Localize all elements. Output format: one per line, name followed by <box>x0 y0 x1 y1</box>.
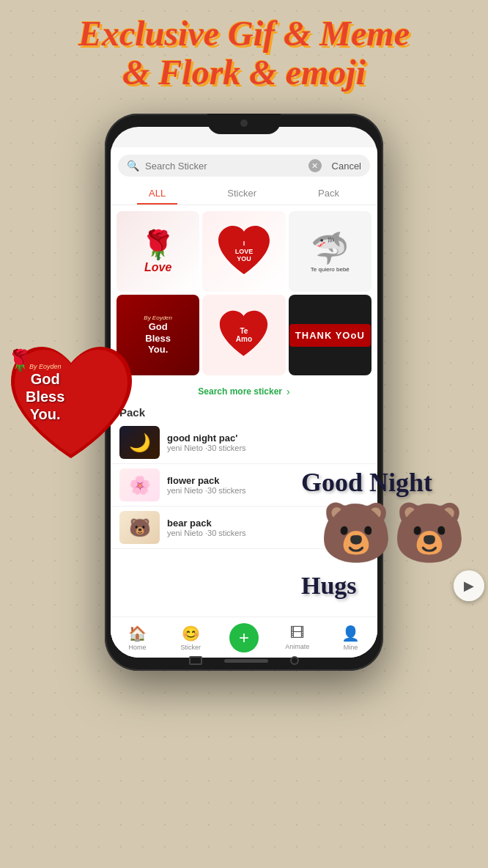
tab-pack[interactable]: Pack <box>306 183 351 205</box>
sticker-i-love-you[interactable]: ILOVEYOU <box>202 211 285 292</box>
nav-sticker[interactable]: 😊 Sticker <box>164 625 218 651</box>
search-input[interactable] <box>145 161 303 172</box>
play-button[interactable]: ▶ <box>454 570 484 601</box>
bottom-nav: 🏠 Home 😊 Sticker + 🎞 Animate 👤 Mine <box>111 617 377 658</box>
hugs-text: Hugs <box>301 572 357 600</box>
good-night-text: Good Night <box>301 469 484 496</box>
mine-label: Mine <box>344 644 358 651</box>
flower-emoji: 🌹 <box>141 229 175 261</box>
camera-dot <box>240 119 248 127</box>
phone-home-btn <box>224 659 268 663</box>
shark-emoji: 🦈 <box>311 230 349 266</box>
search-more-arrow-icon: › <box>286 386 290 397</box>
hugs-row: Hugs ▶ <box>301 570 484 601</box>
home-icon: 🏠 <box>128 625 147 642</box>
nav-animate[interactable]: 🎞 Animate <box>270 625 324 650</box>
thank-you-box: THANK YOoU <box>289 324 371 347</box>
sticker-te-amo[interactable]: TeAmo <box>202 295 285 375</box>
header-title: Exclusive Gif & Meme & Flork & emoji <box>0 15 488 92</box>
nav-add[interactable]: + <box>218 623 271 652</box>
sticker-thank-you[interactable]: THANK YOoU <box>289 295 371 375</box>
tab-all[interactable]: ALL <box>137 183 177 205</box>
floating-god-bless-sticker: By Eoyden GodBlessYou. 🌹 <box>4 341 139 469</box>
sticker-nav-label: Sticker <box>180 644 201 651</box>
pack-name-goodnight: good night pac' <box>167 433 369 444</box>
sticker-te-quiero[interactable]: 🦈 Te quiero bebé <box>289 211 371 292</box>
animate-label: Animate <box>285 643 309 650</box>
pack-info-goodnight: good night pac' yeni Nieto ·30 stickers <box>167 433 369 452</box>
phone-back-btn <box>189 656 202 665</box>
sticker-love-flowers[interactable]: 🌹 Love <box>117 211 199 292</box>
pack-section-label: Pack <box>111 402 377 422</box>
nav-home[interactable]: 🏠 Home <box>111 625 164 651</box>
search-more-row[interactable]: Search more sticker › <box>111 381 377 402</box>
phone-bottom-bar <box>105 656 383 665</box>
floating-rose-icon: 🌹 <box>7 348 33 372</box>
search-clear-button[interactable]: ✕ <box>308 159 322 172</box>
mine-icon: 👤 <box>341 625 360 642</box>
pack-thumb-bear: 🐻 <box>119 511 160 544</box>
te-amo-text: TeAmo <box>236 327 252 343</box>
home-label: Home <box>128 644 146 651</box>
sticker-icon: 😊 <box>182 625 200 642</box>
love-label: Love <box>144 261 171 274</box>
cancel-button[interactable]: Cancel <box>332 161 361 172</box>
bears-emoji: 🐻🐻 <box>301 499 484 567</box>
nav-mine[interactable]: 👤 Mine <box>324 625 377 651</box>
add-button[interactable]: + <box>229 623 259 652</box>
pack-thumb-flower: 🌸 <box>119 468 160 501</box>
animate-icon: 🎞 <box>290 625 305 641</box>
tab-sticker[interactable]: Sticker <box>215 183 268 205</box>
search-icon: 🔍 <box>127 160 139 172</box>
i-love-you-text: ILOVEYOU <box>235 240 254 263</box>
pack-item-goodnight[interactable]: 🌙 good night pac' yeni Nieto ·30 sticker… <box>111 422 377 464</box>
floating-good-night-container: Good Night 🐻🐻 Hugs ▶ <box>301 469 484 601</box>
te-amo-container: TeAmo <box>216 309 271 361</box>
notch <box>207 114 281 134</box>
pack-meta-goodnight: yeni Nieto ·30 stickers <box>167 444 369 452</box>
search-more-text: Search more sticker <box>198 386 282 397</box>
te-quiero-text: Te quiero bebé <box>311 266 350 273</box>
search-bar: 🔍 ✕ Cancel <box>118 155 370 177</box>
god-bless-text: By Eoyden GodBlessYou. <box>144 315 172 356</box>
sticker-grid: 🌹 Love ILOVEYOU 🦈 Te quiero bebé <box>111 205 377 381</box>
tabs-row: ALL Sticker Pack <box>111 180 377 205</box>
phone-circle-btn <box>290 656 299 665</box>
